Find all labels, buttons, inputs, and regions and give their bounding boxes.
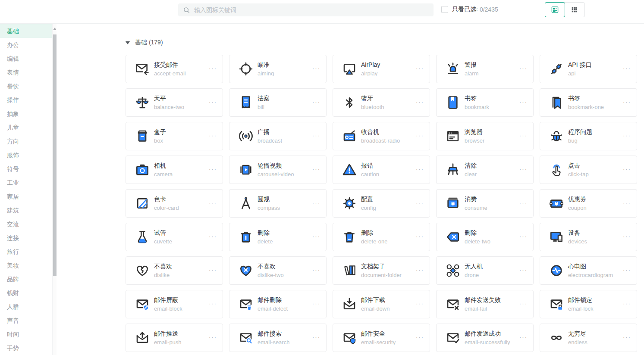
sidebar-item-表情[interactable]: 表情 [0,65,52,79]
icon-card-coupon[interactable]: ¥优惠券coupon··· [540,189,637,218]
icon-more-button[interactable]: ··· [623,233,631,240]
icon-more-button[interactable]: ··· [623,65,631,72]
icon-more-button[interactable]: ··· [519,132,528,139]
icon-more-button[interactable]: ··· [209,65,217,72]
sidebar-item-工业[interactable]: 工业 [0,176,52,190]
sidebar-item-操作[interactable]: 操作 [0,93,52,107]
icon-card-alarm[interactable]: 警报alarm··· [436,55,534,83]
icon-card-cuvette[interactable]: 试管cuvette··· [126,223,223,251]
icon-more-button[interactable]: ··· [312,233,320,240]
sidebar-item-抽象[interactable]: 抽象 [0,107,52,121]
icon-card-compass[interactable]: 圆规compass··· [229,189,327,218]
icon-card-drone[interactable]: 无人机drone··· [436,256,534,285]
icon-more-button[interactable]: ··· [623,132,631,139]
icon-more-button[interactable]: ··· [519,233,528,240]
icon-more-button[interactable]: ··· [209,300,217,307]
sidebar-item-建筑[interactable]: 建筑 [0,203,52,217]
sidebar-item-手势[interactable]: 手势 [0,341,52,355]
icon-more-button[interactable]: ··· [209,199,217,206]
icon-card-color-card[interactable]: 色卡color-card··· [126,189,223,218]
sidebar-item-编辑[interactable]: 编辑 [0,52,52,65]
sidebar-item-家居[interactable]: 家居 [0,190,52,203]
sidebar-item-交流[interactable]: 交流 [0,217,52,231]
search-box[interactable] [178,3,434,16]
icon-card-dislike[interactable]: 不喜欢dislike··· [126,256,223,285]
icon-card-email-fail[interactable]: 邮件发送失败email-fail··· [436,290,534,318]
icon-more-button[interactable]: ··· [519,267,528,273]
icon-card-email-successfully[interactable]: 邮件发送成功email-successfully··· [436,324,534,352]
icon-card-click-tap[interactable]: 点击click-tap··· [540,156,637,184]
sidebar-item-连接[interactable]: 连接 [0,231,52,245]
icon-card-delete-two[interactable]: 删除delete-two··· [436,223,534,251]
icon-card-email-push[interactable]: 邮件推送email-push··· [126,324,223,352]
icon-card-email-block[interactable]: 邮件屏蔽email-block··· [126,290,223,318]
icon-more-button[interactable]: ··· [416,267,424,273]
icon-more-button[interactable]: ··· [209,166,217,172]
icon-card-delete-one[interactable]: 删除delete-one··· [333,223,430,251]
icon-more-button[interactable]: ··· [312,132,320,139]
icon-card-email-down[interactable]: 邮件下载email-down··· [333,290,430,318]
icon-more-button[interactable]: ··· [209,267,217,273]
icon-more-button[interactable]: ··· [416,65,424,72]
icon-more-button[interactable]: ··· [416,334,424,340]
sidebar-item-符号[interactable]: 符号 [0,162,52,176]
sidebar-scrollbar[interactable] [52,24,57,355]
icon-card-api[interactable]: API 接口api··· [540,55,637,83]
icon-more-button[interactable]: ··· [312,334,320,340]
icon-card-bill[interactable]: 法案bill··· [229,88,327,117]
icon-card-broadcast[interactable]: 广播broadcast··· [229,122,327,150]
icon-more-button[interactable]: ··· [416,300,424,307]
icon-more-button[interactable]: ··· [519,199,528,206]
icon-card-balance-two[interactable]: 天平balance-two··· [126,88,223,117]
icon-more-button[interactable]: ··· [312,300,320,307]
sidebar-item-基础[interactable]: 基础 [0,24,52,38]
icon-card-email-security[interactable]: 邮件安全email-security··· [333,324,430,352]
icon-more-button[interactable]: ··· [416,99,424,105]
icon-card-bookmark[interactable]: 书签bookmark··· [436,88,534,117]
icon-more-button[interactable]: ··· [623,99,631,105]
scrollbar-up-arrow-icon[interactable] [53,28,57,30]
icon-more-button[interactable]: ··· [312,99,320,105]
icon-more-button[interactable]: ··· [312,267,320,273]
sidebar-item-方向[interactable]: 方向 [0,134,52,148]
icon-card-delete[interactable]: 删除delete··· [229,223,327,251]
sidebar-scrollbar-thumb[interactable] [53,34,57,276]
icon-card-bluetooth[interactable]: 蓝牙bluetooth··· [333,88,430,117]
icon-more-button[interactable]: ··· [416,199,424,206]
sidebar-item-美妆[interactable]: 美妆 [0,258,52,272]
sidebar-item-声音[interactable]: 声音 [0,314,52,327]
icon-card-endless[interactable]: 无穷尽endless··· [540,324,637,352]
sidebar-item-儿童[interactable]: 儿童 [0,121,52,134]
icon-card-browser[interactable]: 浏览器browser··· [436,122,534,150]
icon-more-button[interactable]: ··· [416,132,424,139]
section-header[interactable]: 基础 (179) [126,39,644,47]
icon-more-button[interactable]: ··· [519,166,528,172]
icon-more-button[interactable]: ··· [519,300,528,307]
icon-more-button[interactable]: ··· [209,334,217,340]
icon-card-camera[interactable]: 相机camera··· [126,156,223,184]
icon-card-bookmark-one[interactable]: 书签bookmark-one··· [540,88,637,117]
icon-more-button[interactable]: ··· [312,199,320,206]
icon-more-button[interactable]: ··· [623,300,631,307]
icon-card-airplay[interactable]: AirPlayairplay··· [333,55,430,83]
sidebar-item-品牌[interactable]: 品牌 [0,272,52,286]
grid-view-button[interactable] [565,3,584,17]
icon-card-bug[interactable]: 程序问题bug··· [540,122,637,150]
icon-more-button[interactable]: ··· [623,334,631,340]
icon-more-button[interactable]: ··· [519,99,528,105]
icon-card-accept-email[interactable]: 接受邮件accept-email··· [126,55,223,83]
icon-card-dislike-two[interactable]: 不喜欢dislike-two··· [229,256,327,285]
icon-card-carousel-video[interactable]: 轮播视频carousel-video··· [229,156,327,184]
icon-more-button[interactable]: ··· [209,132,217,139]
icon-card-box[interactable]: 盒子box··· [126,122,223,150]
icon-card-devices[interactable]: 设备devices··· [540,223,637,251]
search-input[interactable] [193,6,428,14]
icon-more-button[interactable]: ··· [623,267,631,273]
icon-card-caution[interactable]: 报错caution··· [333,156,430,184]
icon-card-aiming[interactable]: 瞄准aiming··· [229,55,327,83]
icon-more-button[interactable]: ··· [312,166,320,172]
sidebar-item-旅行[interactable]: 旅行 [0,245,52,258]
icon-card-consume[interactable]: ¥消费consume··· [436,189,534,218]
sidebar-item-办公[interactable]: 办公 [0,38,52,52]
icon-more-button[interactable]: ··· [416,233,424,240]
